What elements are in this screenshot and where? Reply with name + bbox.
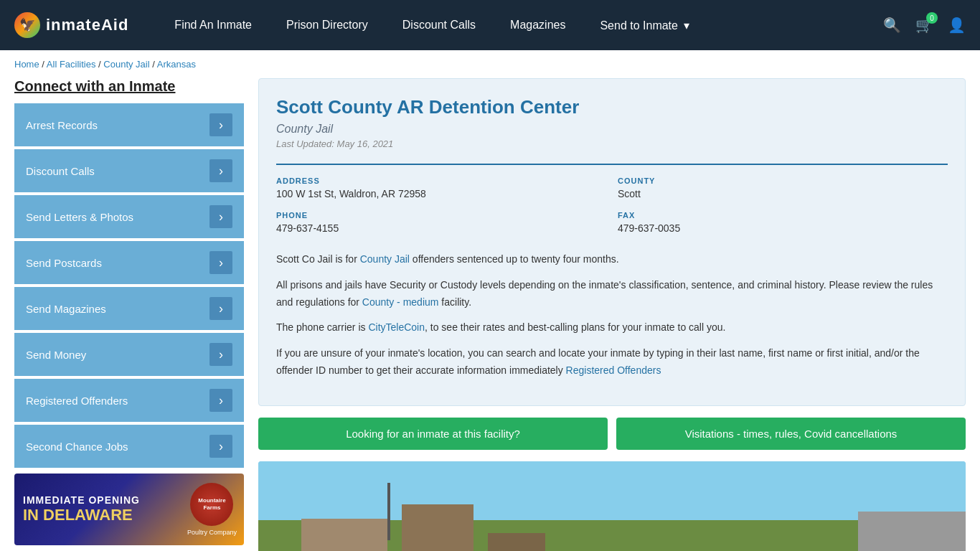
search-button[interactable]: 🔍	[883, 17, 901, 34]
ad-line1: IMMEDIATE OPENING	[23, 494, 140, 506]
county-label: COUNTY	[618, 176, 948, 185]
registered-offenders-link[interactable]: Registered Offenders	[566, 364, 661, 376]
cart-button[interactable]: 🛒 0	[915, 17, 933, 34]
phone-label: PHONE	[276, 211, 606, 220]
sidebar-discount-calls[interactable]: Discount Calls ›	[14, 149, 244, 192]
facility-type: County Jail	[276, 123, 948, 136]
find-inmate-button[interactable]: Looking for an inmate at this facility?	[258, 418, 608, 450]
logo-icon: 🦅	[14, 12, 40, 38]
facility-description: Scott Co Jail is for County Jail offende…	[276, 245, 948, 380]
county-value: Scott	[618, 188, 948, 199]
address-block: ADDRESS 100 W 1st St, Waldron, AR 72958	[276, 176, 606, 199]
nav-find-inmate[interactable]: Find An Inmate	[157, 19, 269, 32]
nav-discount-calls[interactable]: Discount Calls	[385, 19, 493, 32]
facility-card: Scott County AR Detention Center County …	[258, 78, 966, 406]
county-block: COUNTY Scott	[618, 176, 948, 199]
header-icons: 🔍 🛒 0 👤	[883, 17, 966, 34]
arrow-icon: ›	[209, 113, 232, 136]
county-jail-link[interactable]: County Jail	[360, 253, 410, 265]
main-container: Connect with an Inmate Arrest Records › …	[0, 78, 980, 551]
breadcrumb-all-facilities[interactable]: All Facilities	[47, 59, 96, 70]
arrow-icon: ›	[209, 251, 232, 274]
county-medium-link[interactable]: County - medium	[362, 296, 439, 308]
arrow-icon: ›	[209, 297, 232, 320]
address-value: 100 W 1st St, Waldron, AR 72958	[276, 188, 606, 199]
connect-title: Connect with an Inmate	[14, 78, 244, 95]
nav-magazines[interactable]: Magazines	[493, 19, 583, 32]
nav-prison-directory[interactable]: Prison Directory	[269, 19, 385, 32]
sidebar-registered-offenders[interactable]: Registered Offenders ›	[14, 379, 244, 422]
arrow-icon: ›	[209, 435, 232, 458]
visitations-button[interactable]: Visitations - times, rules, Covid cancel…	[616, 418, 966, 450]
arrow-icon: ›	[209, 389, 232, 412]
building-3	[488, 533, 545, 551]
info-grid: ADDRESS 100 W 1st St, Waldron, AR 72958 …	[276, 164, 948, 234]
phone-value: 479-637-4155	[276, 222, 606, 234]
pole	[387, 483, 390, 540]
sidebar: Connect with an Inmate Arrest Records › …	[14, 78, 244, 551]
breadcrumb: Home / All Facilities / County Jail / Ar…	[0, 50, 980, 78]
ad-line2: IN DELAWARE	[23, 506, 140, 524]
sidebar-send-money[interactable]: Send Money ›	[14, 333, 244, 376]
arrow-icon: ›	[209, 159, 232, 182]
fax-label: FAX	[618, 211, 948, 220]
facility-updated: Last Updated: May 16, 2021	[276, 138, 948, 149]
phone-block: PHONE 479-637-4155	[276, 211, 606, 234]
citytelecoin-link[interactable]: CityTeleCoin	[368, 321, 425, 333]
ad-banner[interactable]: IMMEDIATE OPENING IN DELAWARE MountaireF…	[14, 474, 244, 545]
facility-image	[258, 461, 966, 551]
fax-value: 479-637-0035	[618, 222, 948, 234]
desc-para-3: The phone carrier is CityTeleCoin, to se…	[276, 319, 948, 336]
sidebar-second-chance-jobs[interactable]: Second Chance Jobs ›	[14, 425, 244, 468]
sidebar-send-postcards[interactable]: Send Postcards ›	[14, 241, 244, 284]
nav-send-to-inmate[interactable]: Send to Inmate ▾	[583, 19, 707, 32]
building-2	[402, 504, 473, 551]
ad-logo: MountaireFarms Poultry Company	[187, 483, 237, 536]
breadcrumb-home[interactable]: Home	[14, 59, 39, 70]
desc-para-1: Scott Co Jail is for County Jail offende…	[276, 251, 948, 268]
header: 🦅 inmateAid Find An Inmate Prison Direct…	[0, 0, 980, 50]
logo-text: inmateAid	[46, 16, 128, 34]
breadcrumb-county-jail[interactable]: County Jail	[103, 59, 149, 70]
send-to-inmate-arrow-icon: ▾	[684, 19, 689, 32]
building-4	[858, 512, 966, 551]
main-nav: Find An Inmate Prison Directory Discount…	[157, 19, 883, 32]
main-content: Scott County AR Detention Center County …	[258, 78, 966, 551]
arrow-icon: ›	[209, 343, 232, 366]
ad-logo-circle: MountaireFarms	[190, 483, 233, 526]
sidebar-send-letters[interactable]: Send Letters & Photos ›	[14, 195, 244, 238]
facility-title: Scott County AR Detention Center	[276, 96, 948, 118]
sidebar-arrest-records[interactable]: Arrest Records ›	[14, 103, 244, 146]
cart-badge: 0	[926, 12, 938, 24]
ad-logo-label: Poultry Company	[187, 529, 237, 536]
ad-text: IMMEDIATE OPENING IN DELAWARE	[23, 494, 140, 524]
action-buttons: Looking for an inmate at this facility? …	[258, 418, 966, 450]
sidebar-send-magazines[interactable]: Send Magazines ›	[14, 287, 244, 330]
desc-para-2: All prisons and jails have Security or C…	[276, 277, 948, 311]
logo[interactable]: 🦅 inmateAid	[14, 12, 128, 38]
fax-block: FAX 479-637-0035	[618, 211, 948, 234]
building-1	[301, 519, 387, 551]
arrow-icon: ›	[209, 205, 232, 228]
breadcrumb-arkansas[interactable]: Arkansas	[157, 59, 196, 70]
address-label: ADDRESS	[276, 176, 606, 185]
account-button[interactable]: 👤	[948, 17, 966, 34]
desc-para-4: If you are unsure of your inmate's locat…	[276, 345, 948, 380]
